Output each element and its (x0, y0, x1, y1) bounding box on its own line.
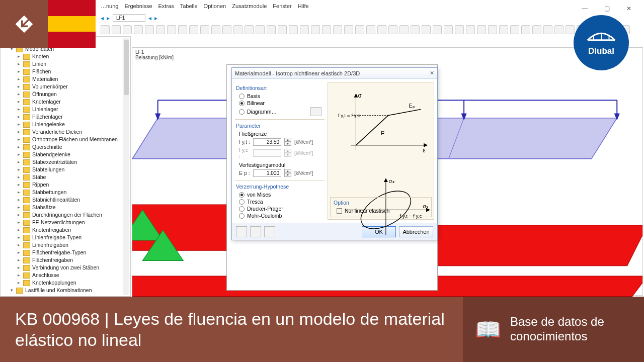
toolbar-icon[interactable] (278, 25, 287, 34)
toolbar-icon[interactable] (411, 25, 420, 34)
toolbar-icon[interactable] (134, 25, 143, 34)
tree-item[interactable]: ▸Flächen (2, 68, 123, 75)
toolbar-icon[interactable] (532, 25, 541, 34)
toolbar-icon[interactable] (399, 25, 409, 34)
close-button[interactable]: ✕ (618, 2, 640, 15)
tree-item[interactable]: ▸Knoten (2, 53, 123, 60)
toolbar-icon[interactable] (256, 25, 265, 34)
toolbar-icon[interactable] (178, 25, 187, 34)
radio-basis[interactable]: Basis (239, 93, 324, 99)
tree-item[interactable]: ▸Querschnitte (2, 143, 123, 151)
toolbar-icon[interactable] (477, 25, 486, 34)
toolbar-icon[interactable] (245, 25, 254, 34)
toolbar-icon[interactable] (388, 25, 397, 34)
toolbar-icon[interactable] (300, 25, 309, 34)
toolbar-icon[interactable] (333, 25, 342, 34)
toolbar-icon[interactable] (156, 25, 165, 34)
toolbar-icon[interactable] (444, 25, 453, 34)
menu-…nung[interactable]: …nung (101, 3, 118, 14)
tree-item[interactable]: ▸Linienfreigabe-Typen (2, 234, 123, 241)
toolbar-icon[interactable] (233, 25, 243, 34)
info-button[interactable] (250, 226, 261, 237)
toolbar-icon[interactable] (355, 25, 364, 34)
tree-item[interactable]: ▸Knotenlager (2, 98, 123, 106)
menu-ergebnisse[interactable]: Ergebnisse (124, 3, 152, 14)
toolbar-icon[interactable] (377, 25, 386, 34)
tree-item[interactable]: ▸Linien (2, 60, 123, 68)
toolbar-icon[interactable] (344, 25, 353, 34)
menu-extras[interactable]: Extras (158, 3, 174, 14)
toolbar-icon[interactable] (521, 25, 530, 34)
toolbar-icon[interactable] (145, 25, 154, 34)
tree-item[interactable]: ▸Linienlager (2, 106, 123, 113)
toolbar-icon[interactable] (101, 25, 110, 34)
menu-hilfe[interactable]: Hilfe (298, 3, 309, 14)
radio-drucker[interactable]: Drucker-Prager (239, 206, 324, 212)
toolbar-icon[interactable] (366, 25, 375, 34)
lc-prev-icon[interactable]: ◂ (101, 15, 104, 22)
tree-item[interactable]: ▸Rippen (2, 181, 123, 189)
toolbar-icon[interactable] (222, 25, 231, 34)
tree-item[interactable]: ▸Knotenkopplungen (2, 279, 123, 287)
ep-spinner[interactable]: ▲▼ (284, 169, 291, 177)
tree-item[interactable]: ▸Stabendgelenke (2, 151, 123, 158)
tree-item[interactable]: ▸Stabbettungen (2, 189, 123, 196)
toolbar-icon[interactable] (543, 25, 552, 34)
tree-item[interactable]: ▸Veränderliche Dicken (2, 128, 123, 136)
toolbar-icon[interactable] (488, 25, 497, 34)
lc-next2-icon[interactable]: ▸ (154, 15, 157, 22)
tree-item[interactable]: ▸Stabexzentrizitäten (2, 158, 123, 166)
toolbar-icon[interactable] (289, 25, 298, 34)
tree-scrollbar[interactable] (123, 38, 129, 295)
toolbar-icon[interactable] (466, 25, 475, 34)
tree-item[interactable]: ▸Flächenfreigabe-Typen (2, 249, 123, 256)
toolbar-icon[interactable] (566, 25, 575, 34)
tree-item[interactable]: ▸Verbindung von zwei Stäben (2, 264, 123, 272)
radio-bilinear[interactable]: Bilinear (239, 100, 324, 106)
dialog-close-icon[interactable]: ✕ (430, 70, 434, 76)
lc-prev2-icon[interactable]: ◂ (148, 15, 151, 22)
fyt-input[interactable] (253, 138, 281, 146)
toolbar-icon[interactable] (311, 25, 320, 34)
help-button[interactable] (236, 226, 247, 237)
maximize-button[interactable]: ▢ (596, 2, 618, 15)
tree-item[interactable]: ▸FE-Netzverdichtungen (2, 219, 123, 226)
minimize-button[interactable]: — (574, 2, 596, 15)
toolbar-icon[interactable] (123, 25, 132, 34)
tree-item[interactable]: ▸Linienfreigaben (2, 241, 123, 249)
menu-optionen[interactable]: Optionen (204, 3, 226, 14)
toolbar-icon[interactable] (422, 25, 431, 34)
radio-diagramm[interactable]: Diagramm… (239, 107, 324, 116)
toolbar-icon[interactable] (267, 25, 276, 34)
tree-item[interactable]: ▸Orthotrope Flächen und Membranen (2, 136, 123, 143)
tree-item[interactable]: ▸Flächenfreigaben (2, 256, 123, 264)
tree-item[interactable]: ▾Lastfälle und Kombinationen (2, 287, 123, 294)
toolbar-icon[interactable] (200, 25, 209, 34)
tree-item[interactable]: ▸Flächenlager (2, 113, 123, 121)
dialog-titlebar[interactable]: Materialmodell - Isotrop nichtlinear ela… (232, 68, 437, 79)
check-linear-elastic[interactable]: Nur linear elastisch (337, 208, 428, 214)
toolbar-icon[interactable] (189, 25, 198, 34)
menu-tabelle[interactable]: Tabelle (180, 3, 198, 14)
radio-tresca[interactable]: Tresca (239, 199, 324, 205)
loadcase-field[interactable]: LF1 (113, 14, 145, 22)
tree-item[interactable]: ▸Stabteilungen (2, 166, 123, 173)
tree-item[interactable]: ▸Liniengelenke (2, 121, 123, 128)
tree-item[interactable]: ▸Stabnichtlinearitäten (2, 196, 123, 204)
tree-item[interactable]: ▸Stabsätze (2, 204, 123, 211)
tree-item[interactable]: ▸Volumenkörper (2, 83, 123, 90)
radio-mohr[interactable]: Mohr-Coulomb (239, 213, 324, 219)
toolbar-icon[interactable] (499, 25, 508, 34)
ep-input[interactable] (253, 169, 281, 177)
tree-item[interactable]: ▸Durchdringungen der Flächen (2, 211, 123, 219)
toolbar-icon[interactable] (112, 25, 121, 34)
toolbar-icon[interactable] (211, 25, 220, 34)
tree-item[interactable]: ▸Anschlüsse (2, 272, 123, 279)
tree-item[interactable]: ▸Materialien (2, 75, 123, 83)
toolbar-icon[interactable] (433, 25, 442, 34)
tree-item[interactable]: Lastfälle (2, 294, 123, 295)
export-button[interactable] (264, 226, 275, 237)
menu-fenster[interactable]: Fenster (273, 3, 291, 14)
tree-item[interactable]: ▸Knotenfreigaben (2, 226, 123, 234)
fyt-spinner[interactable]: ▲▼ (284, 138, 291, 146)
